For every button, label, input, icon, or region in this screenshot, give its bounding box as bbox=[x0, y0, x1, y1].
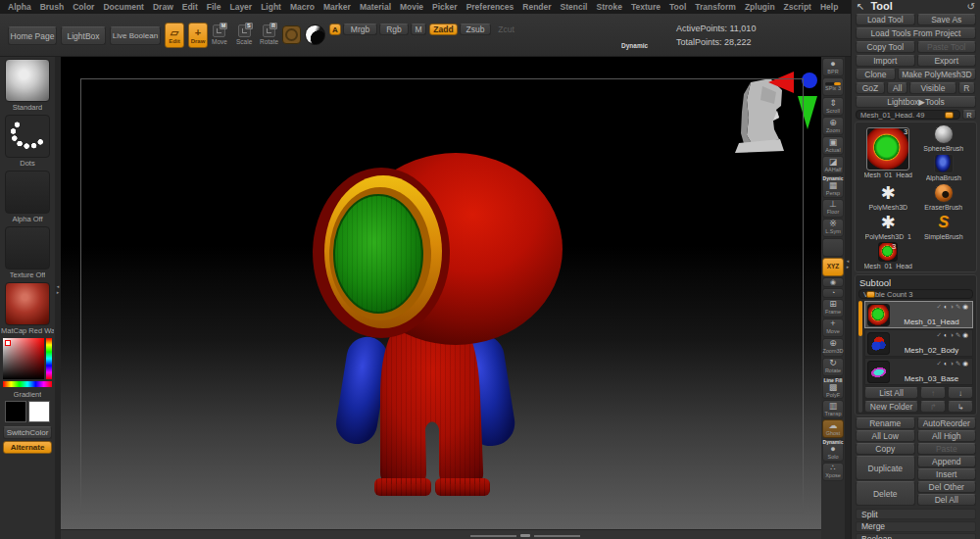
subtool-thumbnail[interactable] bbox=[867, 304, 890, 326]
tool-name-slider[interactable]: Mesh_01_Head. 49 bbox=[856, 110, 960, 120]
mode-a-button[interactable]: A bbox=[329, 24, 341, 35]
tool-item[interactable]: SphereBrush bbox=[917, 124, 971, 152]
mrgb-button[interactable]: Mrgb bbox=[343, 24, 377, 35]
menu-item[interactable]: Marker bbox=[323, 2, 351, 12]
subtool-section-button[interactable]: Boolean bbox=[856, 533, 976, 539]
subtool-action-button[interactable]: Duplicate bbox=[856, 456, 915, 480]
subtool-section-button[interactable]: Merge bbox=[856, 521, 976, 532]
zcut-button[interactable]: Zcut bbox=[493, 24, 519, 35]
spix-slider[interactable] bbox=[825, 82, 841, 85]
subtool-action-button[interactable]: AutoReorder bbox=[917, 417, 977, 429]
check-icon[interactable]: ✓ bbox=[937, 303, 944, 310]
tool-palette-button[interactable]: Clone bbox=[856, 69, 896, 80]
tool-palette-button[interactable]: GoZ bbox=[856, 82, 885, 94]
subtool-scrollbar[interactable] bbox=[858, 301, 862, 413]
left-shelf-item[interactable]: Alpha Off bbox=[5, 171, 50, 223]
menu-item[interactable]: Light bbox=[261, 2, 281, 12]
tool-palette-button[interactable]: Save As bbox=[917, 14, 977, 25]
menu-item[interactable]: Zplugin bbox=[745, 2, 775, 12]
item-thumbnail[interactable] bbox=[5, 171, 50, 214]
new-folder-button[interactable]: New Folder bbox=[864, 401, 918, 413]
viewport-canvas[interactable] bbox=[61, 57, 821, 529]
shelf-button[interactable]: Line Fill ▩ PolyF bbox=[822, 377, 844, 400]
subtool-row[interactable]: ✓◐◑✎◉ Mesh_01_Head bbox=[864, 301, 973, 328]
check-icon[interactable]: ✓ bbox=[937, 331, 944, 338]
tool-palette-button[interactable]: Load Tools From Project bbox=[856, 27, 976, 39]
tool-thumbnail[interactable]: S bbox=[934, 213, 954, 232]
menu-item[interactable]: Transform bbox=[695, 2, 736, 12]
tool-palette-button[interactable]: Make PolyMesh3D bbox=[898, 69, 976, 80]
current-material-sphere[interactable] bbox=[305, 24, 325, 45]
menu-item[interactable]: File bbox=[207, 2, 221, 12]
shelf-button[interactable] bbox=[822, 238, 844, 257]
move-down-button[interactable]: ↓ bbox=[948, 387, 973, 399]
tool-palette-button[interactable]: Copy Tool bbox=[856, 41, 915, 53]
shelf-button[interactable]: ◔ bbox=[822, 288, 844, 298]
subtool-row[interactable]: ✓◐◑✎◉ Mesh_02_Body bbox=[864, 329, 973, 357]
shelf-button[interactable]: ● BPR bbox=[822, 58, 844, 76]
subtool-action-button[interactable]: Del All bbox=[917, 494, 977, 506]
live-boolean-button[interactable]: Live Boolean bbox=[110, 26, 161, 45]
tool-item[interactable]: ✱ PolyMesh3D bbox=[861, 183, 915, 211]
m-button[interactable]: M bbox=[411, 24, 426, 35]
move-mode-button[interactable]: M Move bbox=[212, 24, 227, 45]
left-shelf-item[interactable]: Dots bbox=[5, 115, 50, 168]
menu-item[interactable]: Macro bbox=[290, 2, 315, 12]
tool-palette-button[interactable]: Export bbox=[917, 55, 977, 67]
menu-item[interactable]: Edit bbox=[182, 2, 198, 12]
home-page-button[interactable]: Home Page bbox=[8, 26, 57, 45]
sculpt-model[interactable] bbox=[61, 57, 821, 529]
check-icon[interactable]: ✓ bbox=[937, 360, 944, 367]
move-into-folder-button[interactable]: ↳ bbox=[948, 401, 973, 413]
shelf-button[interactable]: ▥ Transp bbox=[822, 400, 844, 418]
switch-color-button[interactable]: SwitchColor bbox=[3, 426, 52, 439]
menu-item[interactable]: Movie bbox=[400, 2, 423, 12]
current-brush-preview[interactable] bbox=[282, 25, 301, 44]
rgb-button[interactable]: Rgb bbox=[379, 24, 409, 35]
shelf-button[interactable]: ⊕ Zoom bbox=[822, 117, 844, 135]
subtool-toggles[interactable]: ✓◐◑✎◉ bbox=[893, 331, 970, 338]
tool-thumbnail[interactable]: 3 bbox=[878, 242, 898, 262]
hue-strip-vertical[interactable] bbox=[46, 338, 52, 379]
tool-palette-button[interactable]: All bbox=[887, 82, 907, 94]
tool-thumbnail[interactable] bbox=[934, 183, 954, 203]
shelf-button[interactable]: ∴ Xpose bbox=[822, 463, 844, 481]
item-thumbnail[interactable] bbox=[5, 59, 50, 102]
menu-item[interactable]: Stroke bbox=[596, 2, 621, 12]
edit-mode-button[interactable]: ▱ Edit bbox=[165, 23, 184, 48]
scale-mode-button[interactable]: S Scale bbox=[236, 24, 252, 45]
visibility-eye-icon[interactable]: ◉ bbox=[962, 331, 970, 338]
shelf-button[interactable]: ※ L.Sym bbox=[822, 219, 844, 237]
subtool-action-button[interactable]: Paste bbox=[917, 443, 977, 455]
tool-thumbnail[interactable]: 3 bbox=[866, 127, 909, 171]
left-shelf-item[interactable]: MatCap Red Wax bbox=[1, 282, 54, 335]
bottom-tray-handle[interactable] bbox=[470, 534, 580, 537]
tool-r-button[interactable]: R bbox=[962, 110, 976, 120]
menu-item[interactable]: Picker bbox=[432, 2, 458, 12]
color-picker[interactable] bbox=[3, 338, 52, 387]
shelf-button[interactable]: ◪ AAHalf bbox=[822, 156, 844, 174]
menu-item[interactable]: Color bbox=[73, 2, 94, 12]
menu-item[interactable]: Layer bbox=[229, 2, 252, 12]
move-out-folder-button[interactable]: ↱ bbox=[920, 401, 946, 413]
tool-palette-button[interactable]: Import bbox=[856, 55, 915, 67]
menu-item[interactable]: Help bbox=[820, 2, 838, 12]
subtool-action-button[interactable]: All High bbox=[917, 430, 977, 442]
shelf-button[interactable]: ↻ Rotate bbox=[822, 358, 844, 376]
left-shelf-item[interactable]: Texture Off bbox=[5, 226, 50, 279]
zadd-button[interactable]: Zadd bbox=[429, 24, 458, 35]
menu-item[interactable]: Texture bbox=[631, 2, 661, 12]
zsub-button[interactable]: Zsub bbox=[460, 24, 491, 35]
item-thumbnail[interactable] bbox=[5, 115, 50, 158]
tool-item[interactable]: AlphaBrush bbox=[917, 154, 971, 181]
subtool-thumbnail[interactable] bbox=[867, 332, 890, 355]
tool-item[interactable]: S SimpleBrush bbox=[917, 213, 971, 240]
menu-item[interactable]: Render bbox=[522, 2, 551, 12]
item-thumbnail[interactable] bbox=[5, 226, 50, 270]
secondary-color-swatch[interactable] bbox=[28, 401, 50, 422]
menu-item[interactable]: Material bbox=[360, 2, 391, 12]
shelf-button[interactable]: ◉ bbox=[822, 277, 844, 287]
menu-item[interactable]: Brush bbox=[40, 2, 65, 12]
tool-item[interactable]: EraserBrush bbox=[917, 183, 971, 211]
subtool-action-button[interactable]: All Low bbox=[856, 430, 915, 442]
